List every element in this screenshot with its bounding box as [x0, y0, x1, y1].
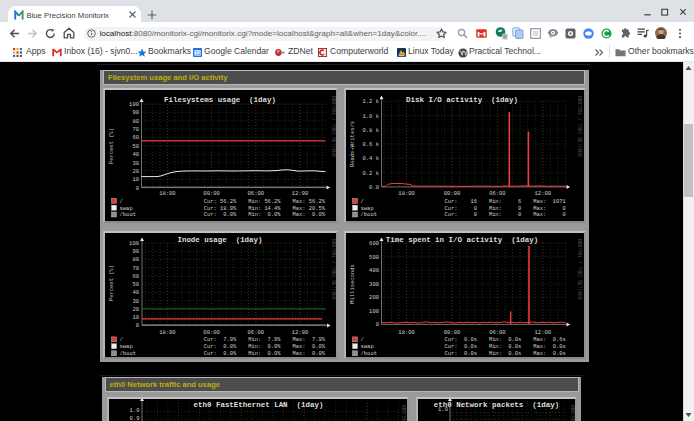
svg-text:0: 0 — [136, 185, 139, 192]
svg-text:/boot: /boot — [361, 350, 378, 357]
svg-text:100: 100 — [129, 101, 139, 108]
svg-text:swap: swap — [361, 343, 374, 350]
svg-text:30: 30 — [132, 298, 139, 305]
svg-text:Time spent in I/O activity (1: Time spent in I/O activity (1day) — [386, 236, 538, 244]
svg-text:06:00: 06:00 — [248, 190, 265, 197]
svg-text:12:00: 12:00 — [292, 329, 309, 336]
svg-text:Inode usage (1day): Inode usage (1day) — [177, 236, 262, 244]
svg-text:200: 200 — [369, 294, 379, 301]
svg-text:18:00: 18:00 — [159, 190, 176, 197]
svg-text:0.4 k: 0.4 k — [362, 155, 379, 162]
svg-text:1.0: 1.0 — [130, 407, 140, 414]
svg-text:/boot: /boot — [361, 211, 378, 218]
svg-text:Min: 0: Min: 0 — [489, 211, 521, 218]
svg-text:90: 90 — [132, 248, 139, 255]
svg-text:300: 300 — [369, 281, 379, 288]
svg-text:50: 50 — [132, 281, 139, 288]
svg-text:Max: 0.0%: Max: 0.0% — [293, 343, 326, 350]
svg-text:100: 100 — [129, 240, 139, 247]
svg-text:eth0 FastEthernet LAN (1day): eth0 FastEthernet LAN (1day) — [194, 401, 324, 409]
svg-text:Milliseconds: Milliseconds — [349, 264, 356, 304]
svg-text:RRDTOOL / TOBI OETIKER: RRDTOOL / TOBI OETIKER — [577, 239, 582, 300]
svg-text:100: 100 — [369, 308, 379, 315]
svg-text:Cur: 0.0%: Cur: 0.0% — [204, 350, 237, 357]
svg-text:60: 60 — [132, 134, 139, 141]
svg-text:Reads+Writes/s: Reads+Writes/s — [349, 121, 356, 167]
svg-text:Min: 0.0s: Min: 0.0s — [489, 343, 521, 350]
svg-text:eth0 Network packets (1day): eth0 Network packets (1day) — [434, 401, 559, 409]
svg-text:/boot: /boot — [120, 350, 137, 357]
svg-text:60: 60 — [132, 273, 139, 280]
svg-text:20: 20 — [132, 306, 139, 313]
svg-text:0.6 k: 0.6 k — [362, 141, 379, 148]
svg-text:70: 70 — [132, 126, 139, 133]
svg-text:18:00: 18:00 — [159, 329, 176, 336]
svg-text:Min: 0.0%: Min: 0.0% — [248, 211, 281, 218]
svg-text:400: 400 — [369, 267, 379, 274]
svg-text:00:00: 00:00 — [203, 329, 220, 336]
svg-text:RRDTOOL / TOBI OETIKER: RRDTOOL / TOBI OETIKER — [577, 96, 582, 157]
svg-text:06:00: 06:00 — [489, 190, 506, 197]
svg-text:600: 600 — [369, 240, 379, 247]
svg-text:RRDTOOL / TOBI OETIKER: RRDTOOL / TOBI OETIKER — [570, 405, 575, 421]
svg-text:0: 0 — [136, 322, 139, 329]
svg-text:Cur: 0.0s: Cur: 0.0s — [445, 350, 477, 357]
svg-text:00:00: 00:00 — [444, 190, 461, 197]
svg-text:1.2 k: 1.2 k — [362, 98, 379, 105]
svg-text:/boot: /boot — [120, 211, 137, 218]
svg-text:Max: 0.0s: Max: 0.0s — [533, 343, 565, 350]
svg-text:Max: 0.0%: Max: 0.0% — [293, 211, 326, 218]
svg-text:10: 10 — [132, 314, 139, 321]
svg-text:1.0: 1.0 — [438, 406, 448, 413]
svg-text:20: 20 — [132, 168, 139, 175]
svg-text:Disk I/O activity (1day): Disk I/O activity (1day) — [406, 96, 518, 104]
svg-text:0.2 k: 0.2 k — [362, 170, 379, 177]
svg-text:Percent (%): Percent (%) — [108, 265, 115, 301]
svg-text:RRDTOOL / TOBI OETIKER: RRDTOOL / TOBI OETIKER — [331, 96, 336, 157]
svg-text:80: 80 — [132, 118, 139, 125]
svg-text:RRDTOOL / TOBI OETIKER: RRDTOOL / TOBI OETIKER — [401, 405, 406, 421]
svg-text:06:00: 06:00 — [489, 329, 506, 336]
svg-text:12:00: 12:00 — [535, 190, 552, 197]
svg-text:0.9: 0.9 — [130, 415, 140, 421]
svg-text:18:00: 18:00 — [398, 329, 415, 336]
svg-text:40: 40 — [132, 289, 139, 296]
svg-text:18:00: 18:00 — [398, 190, 415, 197]
svg-text:0.0: 0.0 — [369, 184, 379, 191]
svg-text:Max: 0: Max: 0 — [533, 211, 565, 218]
svg-text:Max: 0.0s: Max: 0.0s — [533, 350, 565, 357]
svg-text:12:00: 12:00 — [535, 329, 552, 336]
svg-text:80: 80 — [132, 256, 139, 263]
svg-text:Min: 0.0s: Min: 0.0s — [489, 350, 521, 357]
svg-text:0: 0 — [376, 321, 379, 328]
svg-text:500: 500 — [369, 254, 379, 261]
svg-text:12:00: 12:00 — [292, 190, 309, 197]
svg-text:Cur: 0.0s: Cur: 0.0s — [445, 343, 477, 350]
svg-text:31: 31 — [194, 49, 200, 55]
svg-text:Max: 0.0%: Max: 0.0% — [293, 350, 326, 357]
svg-text:Filesystems usage (1day): Filesystems usage (1day) — [164, 96, 276, 104]
svg-text:swap: swap — [120, 343, 133, 350]
svg-text:30: 30 — [132, 160, 139, 167]
svg-text:RRDTOOL / TOBI OETIKER: RRDTOOL / TOBI OETIKER — [331, 239, 336, 300]
svg-text:0.8 k: 0.8 k — [362, 127, 379, 134]
svg-text:Min: 0.0%: Min: 0.0% — [248, 350, 281, 357]
svg-text:Cur: 0.0%: Cur: 0.0% — [204, 343, 237, 350]
svg-text:90: 90 — [132, 109, 139, 116]
svg-text:Percent (%): Percent (%) — [108, 128, 115, 164]
svg-text:Cur: 0: Cur: 0 — [445, 211, 477, 218]
svg-text:1.0 k: 1.0 k — [362, 113, 379, 120]
svg-text:00:00: 00:00 — [203, 190, 220, 197]
svg-text:10: 10 — [132, 176, 139, 183]
svg-text:06:00: 06:00 — [248, 329, 265, 336]
svg-text:Min: 0.0%: Min: 0.0% — [248, 343, 281, 350]
svg-text:50: 50 — [132, 143, 139, 150]
svg-text:00:00: 00:00 — [444, 329, 461, 336]
svg-text:70: 70 — [132, 265, 139, 272]
svg-text:40: 40 — [132, 151, 139, 158]
svg-text:Cur: 0.0%: Cur: 0.0% — [204, 211, 237, 218]
